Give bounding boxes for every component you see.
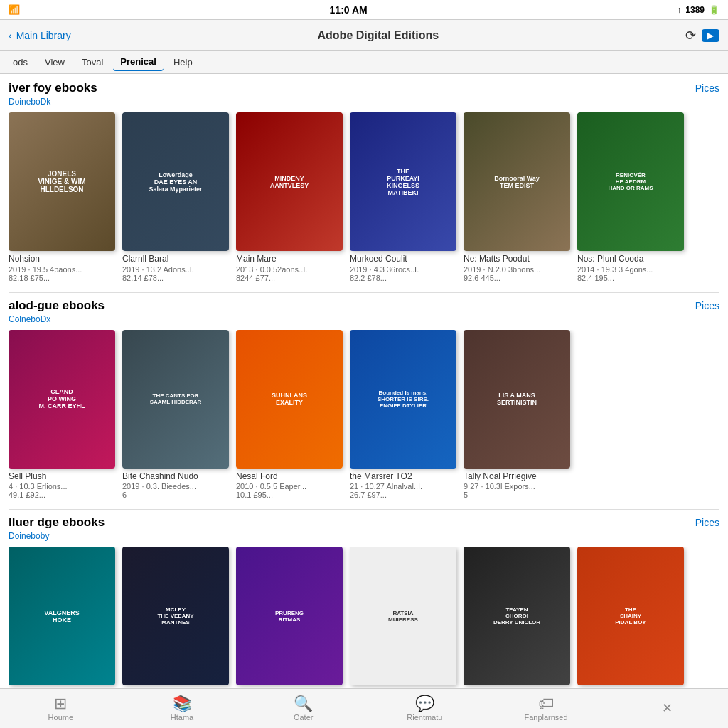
book-meta: 4 · 10.3 Erlions... — [9, 482, 115, 491]
tab-home[interactable]: ⊞ Houme — [0, 689, 122, 728]
search-icon: 🔍 — [294, 696, 313, 712]
book-item[interactable]: PRURENGRITMAS Ahvaing Willene 2019 · 8.3… — [236, 547, 343, 688]
book-cover: VALGNERSHOKE — [9, 547, 115, 685]
book-item[interactable]: RATSIAMUIPRESS Thote Voloa Bite 2019 · 4… — [350, 547, 456, 688]
book-title: Ne: Matts Poodut — [464, 254, 570, 265]
book-cover: MINDENYAANTVLESY — [236, 112, 343, 251]
book-item[interactable]: RENIOVÉRHE APDRMHAND OR RAMS Nos: Plunl … — [577, 112, 684, 282]
book-meta: 2019 · 4.3 36rocs..I. — [350, 265, 456, 274]
book-item[interactable]: THE CANTS FORSAAML HIDDERAR Bite Chashin… — [122, 330, 229, 500]
book-meta: 21 · 10.27 Alnalval..I. — [350, 482, 456, 491]
divider-1 — [9, 292, 719, 293]
section-3-title: lluer dge ebooks — [9, 515, 105, 530]
book-meta: 9 27 · 10.3l Expors... — [464, 482, 570, 491]
book-cover: RENIOVÉRHE APDRMHAND OR RAMS — [577, 112, 684, 251]
book-meta: 2019 · 19.5 4paons... — [9, 265, 115, 274]
divider-2 — [9, 509, 719, 510]
battery-level: 1389 — [685, 5, 705, 15]
status-bar: 📶 11:0 AM ↑ 1389 🔋 — [0, 0, 728, 20]
book-item[interactable]: SUHNLANSEXALITY Nesal Ford 2010 · 0.5.5 … — [236, 330, 343, 500]
book-title: Sell Plush — [9, 471, 115, 483]
app-title: Adobe Digital Editions — [318, 29, 439, 42]
book-cover: LowerdageDAE EYES ANSalara Myparieter — [122, 112, 229, 251]
section-2-prices[interactable]: Pices — [695, 300, 719, 311]
section-2-title: alod-gue ebooks — [9, 299, 105, 313]
book-item[interactable]: THEPURKEAYIKINGELSSMATIBEKI Murkoed Coul… — [350, 112, 456, 282]
book-title: Bite Chashind Nudo — [122, 471, 229, 483]
status-time: 11:0 AM — [330, 4, 368, 16]
book-cover: MCLEYTHE VEEANYMANTNES — [122, 547, 229, 685]
book-cover: Bornooral WayTEM EDIST — [464, 112, 570, 251]
book-title: Tally Noal Prriegive — [464, 471, 570, 483]
book-cover: Bounded Is mans.SHORTER IS SIRS.ENGIFE D… — [350, 330, 456, 469]
book-price: 92.6 445... — [464, 274, 570, 282]
section-3-prices[interactable]: Pices — [695, 517, 719, 528]
tab-library[interactable]: 📚 Htama — [122, 689, 243, 728]
menu-item-prenical[interactable]: Prenical — [113, 53, 164, 71]
section-1-header: iver foy ebooks Pices — [9, 81, 719, 95]
book-title: the Marsrer TO2 — [350, 471, 456, 483]
book-meta: 2014 · 19.3 3 4gons... — [577, 265, 684, 274]
tab-discover[interactable]: 🔍 Oater — [242, 689, 364, 728]
menu-item-toval[interactable]: Toval — [75, 54, 110, 70]
section-1-title: iver foy ebooks — [9, 81, 97, 95]
book-item[interactable]: THESHAINYPIDAL BOY Ivrellra Matialnis 20… — [577, 547, 684, 688]
book-price: 5 — [464, 491, 570, 499]
tab-categories[interactable]: 🏷 Fanplarnsed — [486, 689, 607, 728]
book-item[interactable]: TPAYENCHOROIDERRY UNICLOR Ehrolp Duta Ch… — [464, 547, 570, 688]
status-left: 📶 — [9, 4, 20, 15]
back-button[interactable]: ‹ Main Library — [9, 30, 71, 41]
book-item[interactable]: JONELSVINIGE & WIMHLLDELSON Nohsion 2019… — [9, 112, 115, 282]
section-1-prices[interactable]: Pices — [695, 82, 719, 94]
book-price: 8244 £77... — [236, 274, 343, 282]
book-item[interactable]: VALGNERSHOKE Arod Pans 4 · 10.6 Golons..… — [9, 547, 115, 688]
section-3-header: lluer dge ebooks Pices — [9, 515, 719, 530]
book-item[interactable]: MINDENYAANTVLESY Main Mare 2013 · 0.0.52… — [236, 112, 343, 282]
categories-icon: 🏷 — [538, 696, 554, 712]
book-cover: SUHNLANSEXALITY — [236, 330, 343, 469]
section-1: iver foy ebooks Pices DoineboDk JONELSVI… — [9, 81, 719, 282]
book-price: 82.4 195... — [577, 274, 684, 282]
book-title: Main Mare — [236, 254, 343, 265]
menu-item-view[interactable]: View — [38, 54, 72, 70]
book-title: Nohsion — [9, 254, 115, 265]
book-price: 82.18 £75... — [9, 274, 115, 282]
menu-item-ods[interactable]: ods — [6, 54, 35, 70]
close-icon: ✕ — [662, 702, 673, 714]
book-cover: TPAYENCHOROIDERRY UNICLOR — [464, 547, 570, 685]
book-item[interactable]: Bounded Is mans.SHORTER IS SIRS.ENGIFE D… — [350, 330, 456, 500]
title-bar: ‹ Main Library Adobe Digital Editions ⟳ … — [0, 20, 728, 51]
book-cover: CLANDPO WINGM. CARR EYHL — [9, 330, 115, 469]
book-price: 82.2 £78... — [350, 274, 456, 282]
book-item[interactable]: LowerdageDAE EYES ANSalara Myparieter Cl… — [122, 112, 229, 282]
tab-featured[interactable]: 💬 Rientmatu — [364, 689, 486, 728]
home-icon: ⊞ — [54, 696, 67, 712]
book-price: 10.1 £95... — [236, 491, 343, 499]
book-item[interactable]: LIS A MANSSERTINISTIN Tally Noal Prriegi… — [464, 330, 570, 500]
status-right: ↑ 1389 🔋 — [677, 5, 719, 15]
action-button[interactable]: ▶ — [702, 29, 719, 42]
refresh-button[interactable]: ⟳ — [685, 28, 696, 43]
book-title: Nos: Plunl Cooda — [577, 254, 684, 265]
title-bar-actions: ⟳ ▶ — [685, 28, 719, 43]
section-1-subtitle: DoineboDk — [9, 97, 719, 107]
section-2-subtitle: ColneboDx — [9, 314, 719, 324]
section-2-header: alod-gue ebooks Pices — [9, 299, 719, 313]
main-content: iver foy ebooks Pices DoineboDk JONELSVI… — [0, 74, 728, 688]
book-item[interactable]: CLANDPO WINGM. CARR EYHL Sell Plush 4 · … — [9, 330, 115, 500]
featured-icon: 💬 — [415, 696, 434, 712]
section-2-books: CLANDPO WINGM. CARR EYHL Sell Plush 4 · … — [9, 330, 719, 500]
tab-close[interactable]: ✕ — [606, 689, 728, 728]
book-title: Murkoed Coulit — [350, 254, 456, 265]
menu-item-help[interactable]: Help — [166, 54, 200, 70]
book-cover: JONELSVINIGE & WIMHLLDELSON — [9, 112, 115, 251]
book-cover: THESHAINYPIDAL BOY — [577, 547, 684, 685]
book-cover: RATSIAMUIPRESS — [350, 547, 456, 685]
book-title: Nesal Ford — [236, 471, 343, 483]
book-item[interactable]: Bornooral WayTEM EDIST Ne: Matts Poodut … — [464, 112, 570, 282]
book-item[interactable]: MCLEYTHE VEEANYMANTNES Sladen Klahens 20… — [122, 547, 229, 688]
section-3-subtitle: Doineboby — [9, 531, 719, 541]
tab-featured-label: Rientmatu — [407, 713, 442, 722]
book-price: 49.1 £92... — [9, 491, 115, 499]
library-icon: 📚 — [173, 696, 192, 712]
